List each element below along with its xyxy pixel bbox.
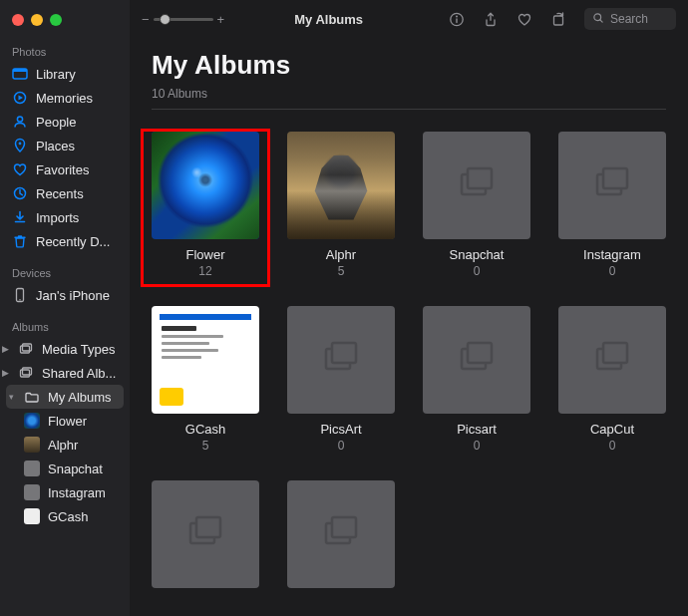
rotate-icon[interactable]	[550, 11, 566, 27]
album-name: PicsArt	[320, 422, 361, 437]
album-tile[interactable]: GCash5	[152, 306, 259, 453]
chevron-down-icon: ▾	[6, 392, 16, 402]
sidebar-subitem-instagram[interactable]: Instagram	[0, 480, 130, 504]
sidebar-item-label: Recents	[36, 186, 84, 201]
album-name: Flower	[152, 247, 259, 262]
album-thumb-icon	[24, 437, 40, 453]
share-icon[interactable]	[483, 11, 499, 27]
album-name: Instagram	[583, 247, 641, 262]
sidebar-item-label: GCash	[48, 509, 88, 524]
sidebar-subitem-gcash[interactable]: GCash	[0, 504, 130, 528]
sidebar-item-label: Memories	[36, 91, 93, 106]
album-name: Picsart	[457, 422, 497, 437]
search-field[interactable]	[584, 8, 676, 30]
sidebar-item-device[interactable]: Jan's iPhone	[0, 283, 130, 307]
favorite-icon[interactable]	[516, 11, 532, 27]
album-tile[interactable]: PicsArt0	[287, 306, 395, 453]
sidebar-item-memories[interactable]: Memories	[0, 86, 130, 110]
sidebar-item-places[interactable]: Places	[0, 134, 130, 157]
sidebar-item-label: Shared Alb...	[42, 366, 116, 381]
memories-icon	[12, 90, 28, 106]
svg-rect-21	[603, 168, 627, 188]
slider-knob[interactable]	[160, 14, 171, 25]
places-icon	[12, 138, 28, 154]
album-thumb-icon	[24, 461, 40, 476]
album-tile[interactable]: Flower12	[152, 132, 259, 278]
album-thumbnail	[558, 132, 666, 239]
page-subtitle: 10 Albums	[152, 87, 666, 109]
album-name: GCash	[185, 422, 225, 437]
album-count: 0	[609, 264, 616, 278]
svg-rect-15	[456, 18, 457, 23]
svg-rect-23	[332, 343, 356, 363]
album-tile[interactable]: Snapchat0	[423, 132, 530, 278]
sidebar-item-favorites[interactable]: Favorites	[0, 157, 130, 181]
slider-track[interactable]	[154, 18, 213, 21]
album-thumbnail	[558, 306, 666, 414]
album-tile[interactable]	[152, 480, 259, 598]
sidebar-subitem-flower[interactable]: Flower	[0, 409, 130, 433]
download-icon	[12, 209, 28, 225]
album-name: Snapchat	[450, 247, 505, 262]
sidebar-item-people[interactable]: People	[0, 110, 130, 134]
sidebar-item-label: Alphr	[48, 438, 78, 453]
page-header: My Albums 10 Albums	[130, 38, 688, 109]
clock-icon	[12, 185, 28, 201]
sidebar-item-label: Imports	[36, 210, 79, 225]
search-input[interactable]	[610, 12, 670, 26]
search-icon	[592, 12, 604, 27]
album-thumbnail	[423, 132, 530, 239]
content-area: − + My Albums My Albums 10 Albums Flower…	[130, 0, 688, 616]
album-count: 0	[474, 264, 481, 278]
album-tile[interactable]: Picsart0	[423, 306, 530, 453]
svg-rect-27	[603, 343, 627, 363]
album-thumb-icon	[24, 508, 40, 524]
sidebar-item-label: People	[36, 115, 76, 130]
info-icon[interactable]	[449, 11, 465, 27]
albums-grid: Flower12Alphr5Snapchat0Instagram0GCash5P…	[130, 110, 688, 598]
album-tile[interactable]: CapCut0	[558, 306, 666, 453]
minimize-window-button[interactable]	[31, 14, 43, 26]
library-icon	[12, 66, 28, 82]
shared-icon	[18, 365, 34, 381]
album-tile[interactable]: Instagram0	[558, 132, 666, 278]
heart-icon	[12, 161, 28, 177]
album-tile[interactable]: Alphr5	[287, 132, 395, 278]
album-count: 5	[202, 439, 209, 453]
album-thumbnail	[152, 132, 259, 239]
chevron-right-icon: ▶	[0, 368, 10, 378]
svg-rect-1	[13, 69, 27, 72]
sidebar-item-label: Snapchat	[48, 462, 103, 476]
sidebar-item-label: Media Types	[42, 342, 115, 357]
sidebar-item-media-types[interactable]: ▶ Media Types	[0, 337, 130, 361]
album-thumbnail	[287, 306, 395, 414]
album-tile[interactable]	[287, 480, 395, 598]
sidebar-item-imports[interactable]: Imports	[0, 205, 130, 229]
sidebar-item-recents[interactable]: Recents	[0, 181, 130, 205]
zoom-in-icon: +	[217, 12, 225, 27]
sidebar-item-label: Instagram	[48, 485, 106, 500]
album-thumbnail	[152, 480, 259, 588]
svg-rect-29	[196, 517, 220, 537]
close-window-button[interactable]	[12, 14, 24, 26]
page-title: My Albums	[152, 50, 666, 81]
svg-rect-19	[468, 168, 492, 188]
album-count: 0	[609, 439, 616, 453]
album-thumbnail	[287, 132, 395, 239]
sidebar-item-shared-albums[interactable]: ▶ Shared Alb...	[0, 361, 130, 385]
svg-marker-3	[19, 96, 24, 101]
svg-point-5	[19, 143, 22, 146]
sidebar-item-library[interactable]: Library	[0, 62, 130, 86]
fullscreen-window-button[interactable]	[50, 14, 62, 26]
sidebar-subitem-snapchat[interactable]: Snapchat	[0, 457, 130, 480]
zoom-out-icon: −	[142, 12, 150, 27]
sidebar-item-my-albums[interactable]: ▾ My Albums	[6, 385, 124, 409]
people-icon	[12, 114, 28, 130]
sidebar-item-label: Places	[36, 139, 75, 154]
sidebar-item-recently-deleted[interactable]: Recently D...	[0, 229, 130, 253]
toolbar: − + My Albums	[130, 0, 688, 38]
zoom-slider[interactable]: − +	[142, 12, 224, 27]
album-thumb-icon	[24, 484, 40, 500]
sidebar-subitem-alphr[interactable]: Alphr	[0, 433, 130, 457]
album-count: 12	[152, 264, 259, 278]
